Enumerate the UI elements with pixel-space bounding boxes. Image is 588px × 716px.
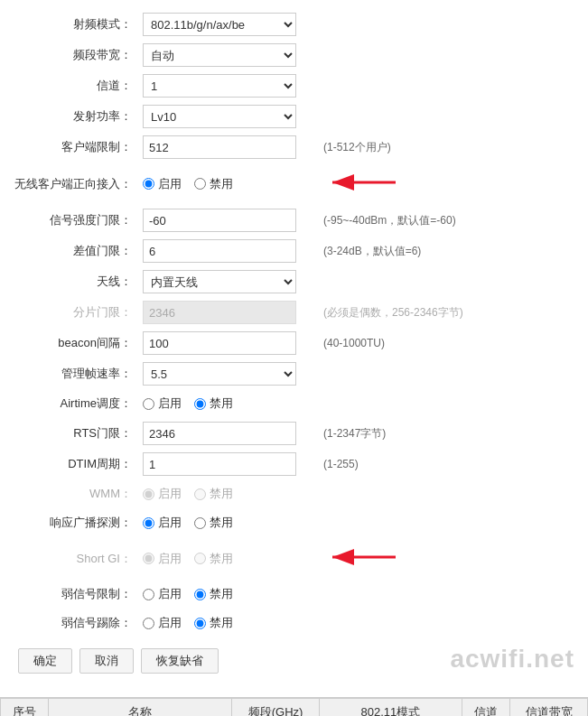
dtim-period-label: DTIM周期：	[9, 449, 137, 479]
client-limit-label: 客户端限制：	[9, 132, 137, 163]
radio-mode-label: 射频模式：	[9, 9, 137, 40]
wireless-direct-disabled-radio[interactable]	[194, 178, 206, 190]
multicast-probe-group: 启用 禁用	[143, 515, 313, 531]
multicast-probe-disabled-label[interactable]: 禁用	[194, 515, 233, 531]
airtime-enabled-radio[interactable]	[143, 398, 154, 410]
airtime-group: 启用 禁用	[143, 395, 313, 412]
weak-signal-kick-disabled-radio[interactable]	[194, 618, 206, 629]
col-header-index: 序号	[1, 699, 49, 717]
col-header-bandwidth: 信道带宽	[510, 699, 588, 717]
wmm-label: WMM：	[9, 479, 137, 508]
mgmt-rate-select[interactable]: 5.5	[143, 362, 296, 386]
beacon-interval-label: beacon间隔：	[9, 328, 137, 358]
tx-power-label: 发射功率：	[9, 101, 137, 132]
settings-form: 射频模式： 802.11b/g/n/ax/be 频段带宽： 自动	[9, 9, 574, 637]
wmm-group: 启用 禁用	[143, 486, 313, 502]
weak-signal-limit-disabled-radio[interactable]	[194, 589, 206, 600]
col-header-band: 频段(GHz)	[232, 699, 319, 717]
weak-signal-limit-label: 弱信号限制：	[9, 580, 137, 609]
client-limit-hint: (1-512个用户)	[318, 132, 574, 163]
fragment-hint: (必须是偶数，256-2346字节)	[318, 297, 574, 328]
weak-signal-limit-enabled-label[interactable]: 启用	[143, 586, 182, 602]
button-row: 确定 取消 恢复缺省	[9, 637, 574, 684]
multicast-probe-enabled-radio[interactable]	[143, 517, 154, 529]
bandwidth-select[interactable]: 自动	[143, 43, 296, 67]
weak-signal-kick-label: 弱信号踢除：	[9, 609, 137, 637]
weak-signal-limit-disabled-label[interactable]: 禁用	[194, 586, 233, 602]
channel-select[interactable]: 1	[143, 74, 296, 98]
wmm-disabled-radio	[194, 488, 206, 500]
radio-mode-cell[interactable]: 802.11b/g/n/ax/be	[137, 9, 318, 40]
weak-signal-kick-enabled-label[interactable]: 启用	[143, 615, 182, 631]
beacon-interval-input[interactable]	[143, 331, 296, 355]
radio-mode-select[interactable]: 802.11b/g/n/ax/be	[143, 13, 296, 36]
dtim-period-input[interactable]	[143, 452, 296, 476]
wireless-direct-enabled-radio[interactable]	[143, 178, 154, 190]
mgmt-rate-label: 管理帧速率：	[9, 358, 137, 389]
arrow-annotation-2	[323, 541, 405, 573]
confirm-button[interactable]: 确定	[18, 648, 72, 674]
wireless-direct-label: 无线客户端正向接入：	[9, 163, 137, 205]
dtim-period-hint: (1-255)	[318, 449, 574, 479]
signal-threshold-hint: (-95~-40dBm，默认值=-60)	[318, 205, 574, 236]
wmm-enabled-radio	[143, 488, 154, 500]
short-gi-disabled-radio	[194, 553, 206, 564]
beacon-interval-hint: (40-1000TU)	[318, 328, 574, 358]
col-header-name: 名称	[49, 699, 232, 717]
diff-threshold-hint: (3-24dB，默认值=6)	[318, 236, 574, 266]
wireless-direct-group: 启用 禁用	[143, 176, 313, 192]
client-limit-input[interactable]	[143, 135, 296, 159]
rts-threshold-hint: (1-2347字节)	[318, 418, 574, 449]
airtime-enabled-label[interactable]: 启用	[143, 395, 182, 412]
short-gi-enabled-radio	[143, 553, 154, 564]
channel-label: 信道：	[9, 70, 137, 101]
weak-signal-kick-enabled-radio[interactable]	[143, 618, 154, 629]
arrow-annotation-1	[323, 166, 405, 199]
weak-signal-limit-group: 启用 禁用	[143, 586, 313, 602]
multicast-probe-disabled-radio[interactable]	[194, 517, 206, 529]
wmm-enabled-label: 启用	[143, 486, 182, 502]
short-gi-label: Short GI：	[9, 537, 137, 580]
tx-power-select[interactable]: Lv10	[143, 105, 296, 128]
weak-signal-limit-enabled-radio[interactable]	[143, 589, 154, 600]
wmm-disabled-label: 禁用	[194, 486, 233, 502]
col-header-channel: 信道	[462, 699, 510, 717]
airtime-label: Airtime调度：	[9, 389, 137, 418]
airtime-disabled-label[interactable]: 禁用	[194, 395, 233, 412]
multicast-probe-label: 响应广播探测：	[9, 508, 137, 537]
cancel-button[interactable]: 取消	[79, 648, 134, 674]
antenna-select[interactable]: 内置天线	[143, 270, 296, 293]
multicast-probe-enabled-label[interactable]: 启用	[143, 515, 182, 531]
wireless-direct-enabled-label[interactable]: 启用	[143, 176, 182, 192]
diff-threshold-input[interactable]	[143, 239, 296, 263]
short-gi-enabled-label: 启用	[143, 551, 182, 567]
diff-threshold-label: 差值门限：	[9, 236, 137, 266]
bottom-table: 序号 名称 频段(GHz) 802.11模式 信道 信道带宽 4 TL-7DR7…	[0, 698, 588, 716]
col-header-mode: 802.11模式	[319, 699, 462, 717]
antenna-label: 天线：	[9, 266, 137, 297]
bandwidth-label: 频段带宽：	[9, 40, 137, 70]
signal-threshold-label: 信号强度门限：	[9, 205, 137, 236]
airtime-disabled-radio[interactable]	[194, 398, 206, 410]
weak-signal-kick-group: 启用 禁用	[143, 615, 313, 631]
rts-threshold-input[interactable]	[143, 422, 296, 445]
signal-threshold-input[interactable]	[143, 209, 296, 232]
fragment-label: 分片门限：	[9, 297, 137, 328]
short-gi-group: 启用 禁用	[143, 551, 313, 567]
bottom-table-wrapper: 序号 名称 频段(GHz) 802.11模式 信道 信道带宽 4 TL-7DR7…	[0, 697, 588, 716]
wireless-direct-disabled-label[interactable]: 禁用	[194, 176, 233, 192]
fragment-input	[143, 301, 296, 324]
weak-signal-kick-disabled-label[interactable]: 禁用	[194, 615, 233, 631]
short-gi-disabled-label: 禁用	[194, 551, 233, 567]
restore-button[interactable]: 恢复缺省	[141, 648, 219, 674]
rts-threshold-label: RTS门限：	[9, 418, 137, 449]
